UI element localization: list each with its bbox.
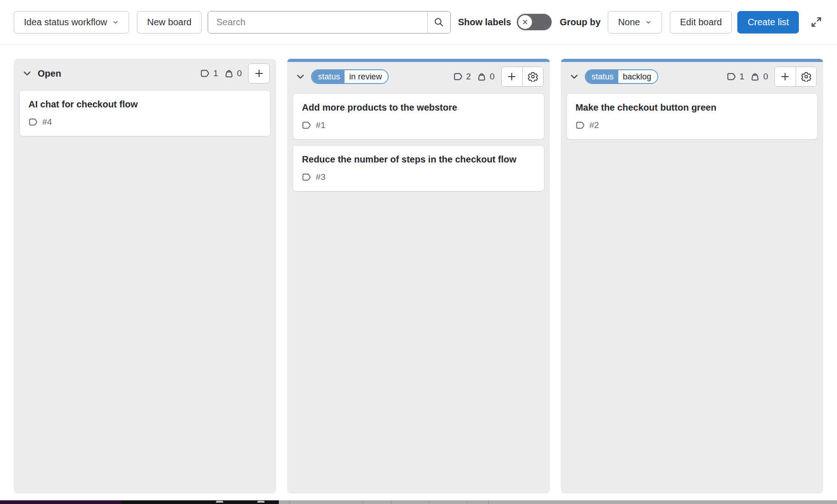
search-input[interactable] [208,11,427,33]
column-issue-count: 2 [466,72,471,82]
dock-strip [0,500,837,504]
card-title[interactable]: Add more products to the webstore [302,101,535,113]
expand-board-button[interactable] [808,14,825,30]
column-issue-count-group: 2 [453,72,471,82]
dock-separator [391,500,392,504]
column-actions [248,63,270,84]
column-issue-count-group: 1 [200,68,218,78]
issue-card[interactable]: AI chat for checkout flow #4 [19,90,271,136]
dock-separator [429,500,429,504]
gear-icon [801,72,811,82]
column-issue-count-group: 1 [727,72,745,82]
column-collapse-button[interactable] [567,70,581,84]
create-list-button[interactable]: Create list [737,11,799,34]
column-actions [501,67,543,87]
card-ref: #2 [589,120,599,130]
column-label: status backlog [585,69,658,84]
column-weight-count: 0 [490,72,495,82]
dock-icon-top [257,501,265,503]
column-issue-count: 1 [740,72,745,82]
card-footer: #1 [302,120,535,130]
card-ref: #4 [42,117,52,127]
group-by-value: None [618,17,640,27]
column-weight-count-group: 0 [750,72,768,82]
dock-separator [289,500,290,504]
column-settings-button[interactable] [522,67,543,86]
search-button[interactable] [427,11,450,33]
column-title: Open [38,68,61,79]
column-label-scope: status [586,70,618,83]
chevron-down-icon [22,68,32,78]
card-footer: #3 [302,172,535,182]
dock-icon-top [216,501,223,503]
weight-icon [750,72,760,82]
column-accent-bar [287,59,549,62]
dock-separator [488,500,489,504]
card-list[interactable]: Add more products to the webstore #1 Red… [287,91,549,197]
column-accent-bar [561,59,823,62]
card-ref: #3 [316,172,325,182]
column-label-value: backlog [618,70,657,83]
issues-icon [453,72,463,82]
board-column: status backlog 1 0 [561,59,823,493]
search-icon [434,17,444,27]
dock-segment-purple [0,500,121,504]
card-title[interactable]: Reduce the number of steps in the checko… [302,153,535,165]
column-weight-count: 0 [763,72,768,82]
edit-board-button[interactable]: Edit board [670,11,732,34]
card-footer: #2 [576,120,809,130]
column-header: Open 1 0 [14,59,276,88]
chevron-down-icon [645,19,652,26]
new-board-button[interactable]: New board [137,11,202,34]
board-column: status in review 2 0 [287,59,549,493]
column-settings-button[interactable] [796,67,816,86]
issues-icon [302,173,311,182]
chevron-down-icon [569,72,579,82]
show-labels-label: Show labels [458,17,511,28]
dock-segment-dark [121,500,279,504]
issues-icon [28,118,38,127]
column-weight-count-group: 0 [477,72,495,82]
show-labels-toggle[interactable] [517,14,552,30]
issue-card[interactable]: Add more products to the webstore #1 [293,93,544,140]
weight-icon [224,69,234,78]
column-header: status backlog 1 0 [561,62,823,91]
plus-icon [254,68,264,78]
column-collapse-button[interactable] [20,67,34,80]
search-box [208,11,451,34]
column-label: status in review [311,69,389,84]
chevron-down-icon [112,19,119,26]
column-header: status in review 2 0 [287,62,549,91]
dock-segment-light [279,500,837,504]
issues-icon [200,69,210,78]
board: Open 1 0 [0,45,837,493]
card-footer: #4 [28,117,261,127]
add-issue-button[interactable] [249,64,269,83]
column-weight-count: 0 [237,68,242,78]
column-label-value: in review [345,70,388,83]
column-collapse-button[interactable] [294,70,307,84]
add-issue-button[interactable] [502,67,522,86]
issues-icon [576,121,585,130]
board-switcher-dropdown[interactable]: Idea status workflow [14,11,129,34]
issue-card[interactable]: Reduce the number of steps in the checko… [293,145,544,191]
expand-icon [810,16,822,28]
plus-icon [507,72,517,82]
board-switcher-label: Idea status workflow [24,17,107,27]
group-by-dropdown[interactable]: None [608,11,662,34]
issues-icon [727,72,736,82]
card-list[interactable]: AI chat for checkout flow #4 [14,88,276,142]
issues-icon [302,121,311,130]
weight-icon [477,72,486,82]
board-toolbar: Idea status workflow New board Show labe… [0,0,837,45]
add-issue-button[interactable] [775,67,796,86]
card-title[interactable]: AI chat for checkout flow [28,98,261,110]
card-ref: #1 [316,120,325,130]
group-by-label: Group by [560,17,601,28]
card-list[interactable]: Make the checkout button green #2 [561,91,823,145]
column-issue-count: 1 [213,68,218,78]
issue-card[interactable]: Make the checkout button green #2 [566,93,818,140]
toggle-off-x-icon [518,15,532,29]
card-title[interactable]: Make the checkout button green [576,101,809,113]
column-label-scope: status [312,70,345,83]
